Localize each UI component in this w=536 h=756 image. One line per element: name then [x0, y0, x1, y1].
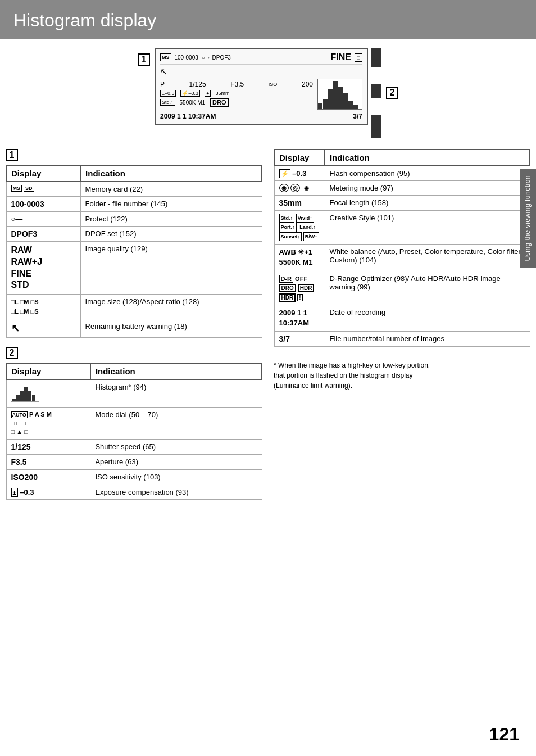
t1r5-indication: Image quality (129): [80, 242, 262, 295]
hist-bar-4: [333, 81, 338, 109]
t1r7-indication: Remaining battery warning (18): [80, 319, 262, 338]
page-header: Histogram display: [0, 0, 536, 39]
svg-rect-4: [28, 391, 31, 401]
cam-aperture: F3.5: [230, 80, 244, 88]
t3r6-display: D-R OFF DRO HDR HDR !: [274, 271, 325, 305]
footnote: * When the image has a high-key or low-k…: [274, 356, 431, 395]
t1r3-display: ○—: [6, 212, 80, 227]
table-row: 2009 1 110:37AM Date of recording: [274, 305, 530, 332]
t1r2-indication: Folder - file number (145): [80, 197, 262, 212]
cam-file-info: 100-0003: [175, 55, 198, 61]
t3r4-indication: Creative Style (101): [325, 211, 530, 245]
cam-histogram-box: [317, 79, 362, 110]
t2r5-indication: ISO sensitivity (103): [90, 470, 262, 485]
cam-focal: 35mm: [215, 90, 229, 96]
svg-rect-0: [12, 399, 16, 401]
table3-col-display: Display: [274, 150, 325, 166]
t1r7-display: ↖: [6, 319, 80, 338]
t2r2-display: AUTO P A S M □ □ □ □ ▲ □: [6, 408, 90, 440]
cam-left-info: P 1/125 F3.5 ISO200 ±–0.3 ⚡–0.3 ● 35mm: [160, 79, 313, 110]
t2r4-display: F3.5: [6, 455, 90, 470]
hist-bar-1: [318, 103, 322, 109]
t3r1-indication: Flash compensation (95): [325, 166, 530, 181]
cam-ev1: ±–0.3: [160, 90, 176, 97]
label-box-1: 1: [138, 53, 150, 66]
ms-badge: MS: [11, 185, 22, 192]
cam-date: 2009 1 1 10:37AM: [160, 112, 216, 120]
side-tab: Using the viewing function: [520, 169, 536, 268]
t3r2-display: ◉ ◎ ◉: [274, 181, 325, 196]
cam-row2: P 1/125 F3.5 ISO200: [160, 80, 313, 88]
table-2: Display Indication: [6, 363, 262, 500]
t2r2-indication: Mode dial (50 – 70): [90, 408, 262, 440]
memory-card-icons: MS SD: [11, 185, 76, 192]
t3r3-indication: Focal length (158): [325, 196, 530, 211]
camera-screen: MS 100-0003 ○→ DPOF3 FINE □ ↖ P 1/125: [155, 48, 368, 125]
t2r4-indication: Aperture (63): [90, 455, 262, 470]
hist-bar-7: [348, 101, 353, 109]
hist-bar-6: [343, 93, 348, 109]
table1-col-indication: Indication: [80, 165, 262, 182]
cam-battery-row: ↖: [160, 66, 362, 77]
t1r6-indication: Image size (128)/Aspect ratio (128): [80, 295, 262, 319]
t1r5-display: RAWRAW+JFINESTD: [6, 242, 80, 295]
t2r1-indication: Histogram* (94): [90, 379, 262, 408]
cam-std-badge: Std.↑: [160, 99, 175, 106]
table-row: DPOF3 DPOF set (152): [6, 227, 262, 242]
table-row: Histogram* (94): [6, 379, 262, 408]
table1-col-display: Display: [6, 165, 80, 182]
svg-rect-1: [16, 395, 20, 401]
cam-iso-val: 200: [302, 80, 313, 88]
cam-shutter: 1/125: [189, 80, 206, 88]
table-row: AUTO P A S M □ □ □ □ ▲ □ Mode dial (50 –…: [6, 408, 262, 440]
cam-row1: MS 100-0003 ○→ DPOF3 FINE □: [160, 52, 362, 65]
t3r2-indication: Metering mode (97): [325, 181, 530, 196]
cam-iso-label: ISO: [269, 82, 278, 87]
svg-rect-2: [20, 391, 24, 401]
t3r6-indication: D-Range Optimizer (98)/ Auto HDR/Auto HD…: [325, 271, 530, 305]
cam-ev2: ⚡–0.3: [180, 90, 200, 97]
cam-middle: P 1/125 F3.5 ISO200 ±–0.3 ⚡–0.3 ● 35mm: [160, 79, 362, 110]
t1r4-indication: DPOF set (152): [80, 227, 262, 242]
t3r1-display: ⚡ –0.3: [274, 166, 325, 181]
svg-rect-3: [24, 387, 28, 401]
t3r8-indication: File number/total number of images: [325, 332, 530, 347]
main-content: 1 Display Indication MS SD Memory c: [0, 149, 536, 509]
cam-wb: 5500K M1: [180, 99, 206, 106]
t3r3-display: 35mm: [274, 196, 325, 211]
t2r5-display: ISO200: [6, 470, 90, 485]
right-col: Display Indication ⚡ –0.3 Flash compensa…: [268, 149, 530, 509]
table-row: ⚡ –0.3 Flash compensation (95): [274, 166, 530, 181]
t3r4-display: Std.↑ Vivid↑ Port.↑ Land.↑ Sunset↑ B/W↑: [274, 211, 325, 245]
t1r2-display: 100-0003: [6, 197, 80, 212]
left-col: 1 Display Indication MS SD Memory c: [6, 149, 268, 509]
cam-row1-left: MS 100-0003 ○→ DPOF3: [160, 53, 231, 61]
table-row: 3/7 File number/total number of images: [274, 332, 530, 347]
table2-col-indication: Indication: [90, 363, 262, 379]
table-row: ◉ ◎ ◉ Metering mode (97): [274, 181, 530, 196]
cam-dpof-info: ○→ DPOF3: [202, 55, 231, 61]
cam-bar-mid: [371, 84, 381, 98]
cam-right-bars: [371, 48, 381, 138]
t2r6-display: ± –0.3: [6, 485, 90, 500]
table-row: □L □M □S□L □M □S Image size (128)/Aspect…: [6, 295, 262, 319]
t1r6-display: □L □M □S□L □M □S: [6, 295, 80, 319]
cam-row3: ±–0.3 ⚡–0.3 ● 35mm: [160, 90, 313, 97]
label-box-2: 2: [386, 87, 398, 99]
hist-bar-8: [353, 105, 358, 109]
svg-rect-5: [32, 395, 35, 401]
cam-card-box: □: [355, 53, 362, 62]
table-row: F3.5 Aperture (63): [6, 455, 262, 470]
table-row: MS SD Memory card (22): [6, 182, 262, 197]
section-label-1: 1: [6, 149, 18, 161]
hist-bar-2: [323, 99, 328, 109]
cam-dot: ●: [205, 90, 211, 97]
t2r3-display: 1/125: [6, 440, 90, 455]
section-label-2: 2: [6, 347, 18, 359]
table2-col-display: Display: [6, 363, 90, 379]
t2r3-indication: Shutter speed (65): [90, 440, 262, 455]
table-row: ○— Protect (122): [6, 212, 262, 227]
cam-mode: P: [160, 80, 165, 88]
t2r1-display: [6, 379, 90, 408]
t3r5-display: AWB ✳+15500K M1: [274, 245, 325, 271]
